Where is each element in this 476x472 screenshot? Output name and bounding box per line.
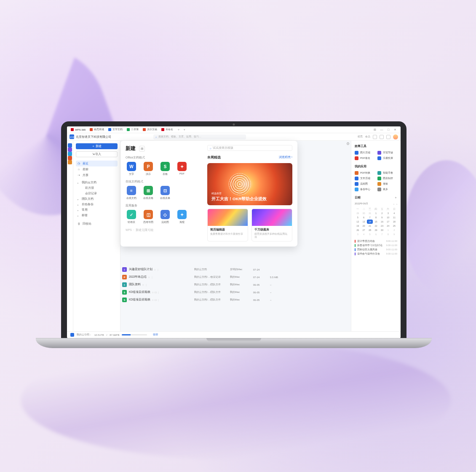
file-row[interactable]: ≡ 兴趣爱好组队计划☆ ⋮ 我的云文档 发明的Mac 07-24: [120, 266, 335, 273]
create-item[interactable]: P演示: [142, 162, 154, 176]
global-search[interactable]: ⌕ 搜索文档、模板、文库、应用、技巧…: [153, 134, 246, 139]
cal-day[interactable]: 1: [385, 228, 391, 232]
file-flags[interactable]: ☆ ⊡ ⋮: [152, 291, 160, 294]
app-item[interactable]: 图表制作: [377, 177, 398, 180]
cal-day[interactable]: 2: [379, 211, 385, 215]
org-name[interactable]: 北京智者天下科技有限公司: [76, 135, 111, 139]
close-button[interactable]: ✕: [392, 128, 398, 131]
file-row[interactable]: P 2022年终总结☆ ⋮ 我的云文档/…/会议记录 我的Mac 07-24 5…: [120, 273, 335, 281]
cal-day[interactable]: 28: [367, 228, 373, 232]
window-tab[interactable]: WPS 365: [70, 126, 88, 133]
create-item[interactable]: ✦PDF: [176, 162, 188, 176]
file-flags[interactable]: ☆ ⊡ ⋮: [152, 298, 160, 301]
cal-day[interactable]: 15: [373, 220, 379, 224]
new-panel-collapse-icon[interactable]: ▤: [139, 146, 145, 152]
cal-day[interactable]: 11: [391, 215, 397, 220]
event-row[interactable]: 读书会与读书分享会9:30-11:00: [355, 252, 397, 256]
cal-day[interactable]: 3: [355, 232, 361, 236]
new-button[interactable]: ＋ 新建: [76, 143, 118, 149]
create-item[interactable]: ≡在线文档: [126, 186, 137, 200]
tree-item[interactable]: ▸自动备份: [76, 202, 118, 207]
create-item[interactable]: ✦海报: [176, 210, 188, 224]
cal-day[interactable]: 7: [367, 215, 373, 220]
cal-day[interactable]: 26: [355, 228, 361, 232]
tab-list-dropdown[interactable]: ▾: [184, 128, 185, 131]
sidebar-item-recent[interactable]: ◷最近: [76, 161, 118, 166]
cal-day[interactable]: 2: [391, 228, 397, 232]
cal-day[interactable]: 20: [361, 224, 366, 228]
cal-day[interactable]: 5: [355, 215, 361, 220]
cal-day[interactable]: 1: [373, 211, 379, 215]
create-item[interactable]: ◇流程图: [159, 210, 171, 224]
main-settings-icon[interactable]: ⚙: [345, 141, 351, 147]
template-search[interactable]: ⌕ 试试搜简历模版: [207, 145, 292, 151]
cal-day[interactable]: 29: [355, 211, 361, 215]
cal-day[interactable]: 13: [361, 220, 366, 224]
event-row[interactable]: 设计季度总结会9:00-11:00: [355, 239, 397, 243]
file-flags[interactable]: ☆ ⋮: [142, 283, 147, 286]
rail-item[interactable]: [68, 143, 72, 148]
rail-item[interactable]: [68, 152, 72, 156]
import-button[interactable]: ⇲ 导入: [76, 151, 118, 157]
tree-subitem[interactable]: 双月报: [76, 185, 118, 191]
app-item[interactable]: 智能寻卷: [377, 171, 398, 175]
featured-more-link[interactable]: 浏览稻壳 ›: [279, 156, 292, 159]
cal-day[interactable]: 14: [367, 220, 373, 224]
cal-day[interactable]: 21: [367, 224, 373, 228]
sidebar-item-star[interactable]: ☆星标: [76, 166, 118, 172]
window-tab[interactable]: 工作簿: [126, 126, 142, 133]
cal-day[interactable]: 17: [385, 220, 391, 224]
create-item[interactable]: ✓轻维表: [126, 210, 137, 224]
cal-day[interactable]: 18: [391, 220, 397, 224]
event-row[interactable]: 新春读书学习计划讨论9:30-11:00: [355, 243, 397, 247]
info-icon[interactable]: [380, 135, 384, 139]
cal-day[interactable]: 31: [367, 211, 373, 215]
notifications-icon[interactable]: [373, 135, 377, 139]
window-tab[interactable]: 未命名: [160, 126, 176, 133]
cal-prev[interactable]: ‹: [393, 203, 394, 205]
cal-day[interactable]: 6: [373, 232, 379, 236]
create-item[interactable]: ⊞在线表格: [142, 186, 154, 200]
app-item[interactable]: PDF转换: [355, 171, 375, 175]
cal-day[interactable]: 10: [385, 215, 391, 220]
trash-item[interactable]: 🗑 回收站: [76, 221, 118, 227]
user-avatar[interactable]: [393, 134, 398, 139]
top-link-1[interactable]: 会员: [365, 135, 370, 139]
cal-day[interactable]: 4: [391, 211, 397, 215]
window-tab[interactable]: 文字文档: [107, 126, 126, 133]
app-item[interactable]: 便签: [377, 182, 398, 186]
cal-day[interactable]: 23: [379, 224, 385, 228]
tree-subitem[interactable]: 会议记录: [76, 191, 118, 196]
cal-day[interactable]: 8: [385, 232, 391, 236]
add-schedule-button[interactable]: ＋: [394, 196, 397, 200]
cal-day[interactable]: 24: [385, 224, 391, 228]
sidebar-item-share[interactable]: ⇢共享: [76, 172, 118, 178]
file-row[interactable]: ≡ 团队资料☆ ⋮ 我的云文档/…/团队文件 我的Mac 06-05 –: [120, 281, 335, 288]
cal-day[interactable]: 9: [391, 232, 397, 236]
rail-item[interactable]: [68, 156, 72, 160]
tree-item[interactable]: ▸标签: [76, 213, 118, 218]
app-item[interactable]: 备份中心: [355, 188, 375, 191]
cal-day[interactable]: 16: [379, 220, 385, 224]
cal-day[interactable]: 12: [355, 220, 361, 224]
top-link-0[interactable]: 稻壳: [358, 135, 363, 139]
featured-card[interactable]: 千万级题库稻壳资源搜罗多种在线应用玩法: [251, 209, 292, 241]
minimize-button[interactable]: —: [379, 128, 385, 131]
app-item[interactable]: 流程图: [355, 182, 375, 186]
cal-day[interactable]: 5: [367, 232, 373, 236]
tool-item[interactable]: 图片压缩: [355, 151, 375, 155]
create-item[interactable]: S表格: [159, 162, 171, 176]
cal-day[interactable]: 19: [355, 224, 361, 228]
menu-icon[interactable]: [386, 135, 390, 139]
org-badge[interactable]: 企业: [70, 134, 74, 139]
tool-item[interactable]: 手写字迹: [377, 151, 398, 155]
create-item[interactable]: ◫思维导图: [142, 210, 154, 224]
cal-day[interactable]: 25: [391, 224, 397, 228]
featured-banner[interactable]: 精选推荐 开工大吉！OKR帮助企业提效: [207, 163, 292, 205]
new-tab-button[interactable]: ＋: [176, 127, 181, 132]
app-item[interactable]: 文件压缩: [355, 177, 375, 180]
window-tab[interactable]: 演示文稿: [142, 126, 160, 133]
tree-item[interactable]: ▸我的云文档: [76, 180, 118, 185]
rail-item[interactable]: [68, 148, 72, 152]
tree-item[interactable]: ▸团队文档: [76, 196, 118, 202]
